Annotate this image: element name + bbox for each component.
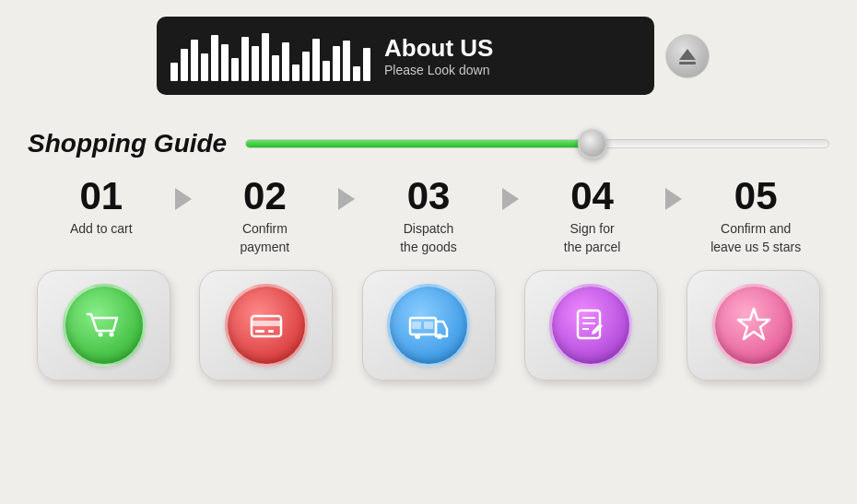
step-4-label: Sign forthe parcel <box>564 220 620 256</box>
svg-rect-7 <box>255 330 264 333</box>
step-1-label: Add to cart <box>70 220 133 239</box>
header-subtitle: Please Look down <box>384 63 640 77</box>
svg-rect-1 <box>679 62 696 64</box>
section-title: Shopping Guide <box>28 129 227 158</box>
svg-point-2 <box>80 301 128 349</box>
step-3-icon-wrap[interactable] <box>362 270 496 381</box>
step-2-label: Confirmpayment <box>241 220 290 256</box>
svg-marker-0 <box>679 49 696 60</box>
header-banner: About US Please Look down <box>157 17 654 95</box>
truck-icon <box>387 284 470 367</box>
step-2: 02 Confirmpayment <box>192 177 339 256</box>
svg-point-11 <box>437 334 442 339</box>
equalizer-graphic <box>170 30 370 81</box>
svg-rect-12 <box>412 322 421 329</box>
svg-point-4 <box>109 333 113 337</box>
svg-rect-8 <box>268 330 274 333</box>
step-3-label: Dispatchthe goods <box>400 220 457 256</box>
star-icon <box>712 284 795 367</box>
arrow-1 <box>175 177 192 210</box>
cart-icon <box>63 284 146 367</box>
svg-rect-6 <box>252 321 281 326</box>
arrow-3 <box>502 177 519 210</box>
step-5-label: Confirm andleave us 5 stars <box>710 220 801 256</box>
svg-point-3 <box>98 333 102 337</box>
step-5-number: 05 <box>734 177 778 216</box>
step-4-icon-wrap[interactable] <box>524 270 658 381</box>
step-2-number: 02 <box>243 177 287 216</box>
step-4: 04 Sign forthe parcel <box>519 177 666 256</box>
header-text: About US Please Look down <box>384 34 640 77</box>
svg-marker-18 <box>738 309 769 339</box>
arrow-2 <box>338 177 355 210</box>
header-title: About US <box>384 34 640 63</box>
svg-point-10 <box>415 334 420 339</box>
icons-row <box>28 270 829 381</box>
step-3: 03 Dispatchthe goods <box>355 177 502 256</box>
arrow-4 <box>665 177 682 210</box>
step-1-number: 01 <box>79 177 123 216</box>
step-5-icon-wrap[interactable] <box>687 270 820 381</box>
step-1: 01 Add to cart <box>28 177 175 239</box>
steps-row: 01 Add to cart 02 Confirmpayment 03 Disp… <box>28 177 829 256</box>
svg-rect-13 <box>424 322 433 329</box>
section-header: Shopping Guide <box>28 129 829 158</box>
shopping-guide-section: Shopping Guide 01 Add to cart 02 Confirm… <box>28 129 829 381</box>
step-3-number: 03 <box>407 177 451 216</box>
slider-track <box>245 139 829 148</box>
progress-slider[interactable] <box>245 135 829 153</box>
step-2-icon-wrap[interactable] <box>199 270 333 381</box>
slider-thumb[interactable] <box>578 129 607 158</box>
step-5: 05 Confirm andleave us 5 stars <box>682 177 829 256</box>
step-1-icon-wrap[interactable] <box>37 270 170 381</box>
sign-icon <box>549 284 632 367</box>
eject-button[interactable] <box>665 34 710 78</box>
slider-fill <box>246 140 607 147</box>
payment-icon <box>225 284 308 367</box>
eject-icon <box>677 46 698 66</box>
step-4-number: 04 <box>570 177 614 216</box>
